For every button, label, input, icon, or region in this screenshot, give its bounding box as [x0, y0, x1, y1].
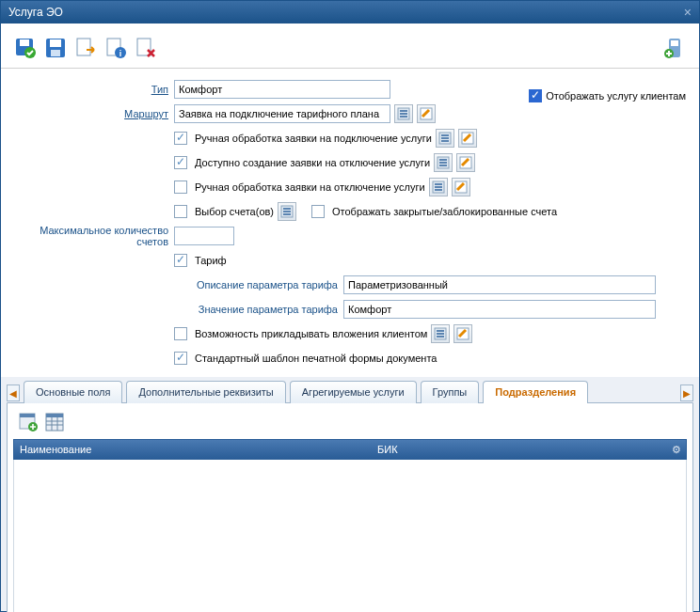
svg-rect-5 [51, 50, 60, 56]
svg-rect-4 [50, 39, 61, 47]
allow-disconnect-label: Доступно создание заявки на отключение у… [195, 157, 430, 168]
tariff-label: Тариф [195, 255, 227, 266]
select-accounts-pick[interactable] [278, 202, 296, 221]
tab-main-fields[interactable]: Основные поля [24, 381, 122, 403]
grid-col-bik[interactable]: БИК [372, 444, 667, 455]
toolbar: i [1, 24, 699, 69]
svg-text:i: i [119, 49, 122, 58]
attachments-label: Возможность прикладывать вложения клиент… [195, 328, 427, 339]
svg-rect-10 [137, 39, 151, 55]
svg-rect-1 [20, 39, 29, 46]
delete-button[interactable] [135, 37, 157, 59]
type-label: Тип [7, 84, 174, 95]
svg-rect-35 [283, 208, 291, 210]
tab-extra-props[interactable]: Дополнительные реквизиты [126, 381, 285, 403]
tab-divisions[interactable]: Подразделения [483, 381, 588, 403]
show-closed-label: Отображать закрытые/заблокированные счет… [332, 206, 557, 217]
grid-view-button[interactable] [45, 413, 64, 432]
manual-disconnect-pick[interactable] [429, 178, 448, 196]
manual-connect-label: Ручная обработка заявки на подключение у… [195, 133, 432, 144]
svg-rect-40 [437, 333, 444, 335]
svg-rect-39 [437, 330, 444, 332]
grid-header: Наименование БИК ⚙ [13, 439, 687, 460]
grid-settings-icon[interactable]: ⚙ [667, 444, 686, 456]
grid-add-button[interactable] [19, 413, 38, 432]
select-accounts-label: Выбор счета(ов) [195, 206, 274, 217]
svg-rect-36 [283, 211, 291, 212]
tariff-check[interactable] [174, 254, 187, 267]
save-button[interactable] [44, 37, 67, 59]
manual-connect-pick[interactable] [436, 129, 454, 148]
tariff-desc-input[interactable] [343, 275, 656, 294]
manual-disconnect-edit[interactable] [452, 178, 470, 196]
refresh-info-button[interactable]: i [104, 37, 127, 59]
manual-disconnect-label: Ручная обработка заявки на отключение ус… [195, 181, 425, 193]
tab-panel: Наименование БИК ⚙ [7, 402, 693, 612]
svg-rect-12 [671, 40, 678, 46]
svg-rect-31 [435, 186, 442, 188]
close-icon[interactable]: × [684, 5, 692, 20]
window-title: Услуга ЭО [8, 6, 63, 19]
form-area: Тип Маршрут Ручная обработка заявки на п… [1, 69, 699, 377]
show-to-clients-check[interactable]: Отображать услугу клиентам [529, 89, 686, 102]
svg-rect-44 [20, 414, 35, 417]
svg-rect-47 [46, 414, 63, 417]
svg-rect-15 [400, 110, 407, 112]
route-input[interactable] [174, 104, 390, 123]
show-to-clients-label: Отображать услугу клиентам [546, 90, 686, 102]
manual-connect-check[interactable] [174, 132, 187, 145]
svg-rect-41 [437, 336, 444, 337]
type-input[interactable] [174, 80, 390, 99]
svg-rect-20 [441, 134, 449, 136]
route-edit-button[interactable] [417, 104, 436, 123]
tariff-val-input[interactable] [343, 300, 656, 319]
svg-rect-30 [435, 183, 442, 185]
grid-body [13, 460, 687, 612]
tab-aggregated[interactable]: Агрегируемые услуги [290, 381, 417, 403]
add-right-button[interactable] [663, 37, 686, 59]
svg-rect-25 [439, 159, 447, 161]
attachments-check[interactable] [174, 327, 187, 340]
tariff-val-label: Значение параметра тарифа [7, 304, 343, 315]
svg-rect-6 [77, 39, 90, 55]
svg-rect-22 [441, 140, 449, 142]
tab-groups[interactable]: Группы [421, 381, 480, 403]
std-template-label: Стандартный шаблон печатной формы докуме… [195, 353, 437, 364]
std-template-check[interactable] [174, 352, 187, 365]
attachments-edit[interactable] [453, 324, 472, 343]
max-accounts-label: Максимальное количество счетов [7, 225, 174, 247]
svg-rect-17 [400, 116, 407, 118]
route-label: Маршрут [7, 108, 174, 119]
tabs-scroll-right[interactable]: ▶ [680, 384, 693, 401]
save-ok-button[interactable] [14, 37, 37, 59]
route-pick-button[interactable] [394, 104, 413, 123]
allow-disconnect-edit[interactable] [456, 153, 475, 172]
max-accounts-input[interactable] [174, 227, 234, 245]
svg-rect-21 [441, 137, 449, 139]
select-accounts-check[interactable] [174, 205, 187, 218]
svg-rect-32 [435, 189, 442, 191]
attachments-pick[interactable] [431, 324, 450, 343]
show-closed-check[interactable] [311, 205, 325, 218]
tabs: ◀ Основные поля Дополнительные реквизиты… [7, 381, 693, 612]
grid-col-name[interactable]: Наименование [14, 444, 372, 455]
svg-rect-26 [439, 162, 447, 164]
tariff-desc-label: Описание параметра тарифа [7, 279, 343, 290]
tabs-scroll-left[interactable]: ◀ [7, 384, 20, 401]
export-button[interactable] [74, 37, 97, 59]
checkbox-icon [529, 89, 542, 102]
manual-connect-edit[interactable] [458, 129, 477, 148]
allow-disconnect-check[interactable] [174, 156, 187, 169]
titlebar: Услуга ЭО × [1, 1, 699, 24]
allow-disconnect-pick[interactable] [434, 153, 453, 172]
svg-rect-16 [400, 113, 407, 115]
svg-rect-27 [439, 165, 447, 166]
manual-disconnect-check[interactable] [174, 180, 187, 194]
svg-rect-37 [283, 213, 291, 215]
